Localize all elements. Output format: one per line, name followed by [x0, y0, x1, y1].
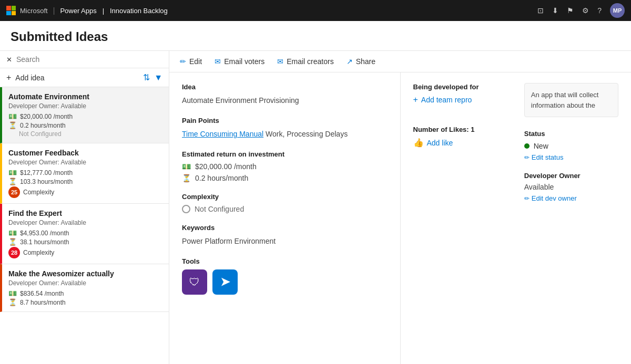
likes-section: Number of Likes: 1 👍 Add like: [413, 126, 507, 148]
microsoft-logo: [6, 6, 16, 15]
flag-icon[interactable]: ⚑: [567, 6, 574, 15]
complexity-indicator: Not Configured: [182, 205, 388, 213]
share-icon: ↗: [347, 57, 353, 66]
cost-value-2: $4,953.00 /month: [20, 230, 69, 237]
idea-title-2: Find the Expert: [8, 209, 162, 217]
idea-owner-1: Developer Owner: Available: [8, 159, 162, 166]
likes-title: Number of Likes: 1: [413, 126, 507, 133]
roi-hours-row: ⏳ 0.2 hours/month: [182, 174, 388, 182]
tools-label: Tools: [182, 257, 388, 265]
cost-row-1: 💵 $12,777.00 /month: [8, 169, 162, 176]
idea-item-1[interactable]: Customer Feedback Developer Owner: Avail…: [0, 143, 169, 204]
right-panel: ✏ Edit ✉ Email voters ✉ Email creators ↗…: [169, 51, 631, 364]
avatar[interactable]: MP: [610, 3, 625, 18]
add-idea-plus-icon[interactable]: +: [6, 73, 11, 82]
pain-points-underline: Time Consuming Manual: [182, 130, 263, 138]
add-like-row[interactable]: 👍 Add like: [413, 138, 507, 148]
status-value: New: [534, 142, 548, 150]
idea-meta-2: 💵 $4,953.00 /month ⏳ 38.1 hours/month 28…: [8, 229, 162, 258]
cost-icon-3: 💵: [8, 289, 17, 297]
idea-label: Idea: [182, 83, 388, 91]
hours-icon-0: ⏳: [8, 121, 17, 129]
complexity-row-2: 28 Complexity: [8, 247, 162, 258]
settings-icon[interactable]: ⚙: [582, 6, 589, 15]
nav-right: ⊡ ⬇ ⚑ ⚙ ? MP: [537, 3, 625, 18]
complexity-label: Complexity: [182, 193, 388, 201]
cost-row-2: 💵 $4,953.00 /month: [8, 229, 162, 237]
cost-icon-0: 💵: [8, 112, 17, 120]
idea-item-3[interactable]: Make the Awesomizer actually Developer O…: [0, 264, 169, 312]
idea-title-3: Make the Awesomizer actually: [8, 269, 162, 278]
right-col-left: Being developed for + Add team repro Num…: [413, 83, 507, 202]
roi-label: Estimated return on investment: [182, 150, 388, 158]
complexity-empty-circle: [182, 205, 190, 213]
pain-points-label: Pain Points: [182, 117, 388, 124]
sort-icon[interactable]: ⇅: [143, 72, 150, 82]
cost-icon-2: 💵: [8, 229, 17, 237]
add-team-repro-label: Add team repro: [421, 96, 472, 104]
right-columns: Being developed for + Add team repro Num…: [413, 83, 619, 202]
hours-value-1: 103.3 hours/month: [20, 178, 73, 185]
right-col-right: An app that will collect information abo…: [524, 83, 618, 202]
dev-owner-label: Developer Owner: [524, 172, 618, 180]
edit-status-pencil-icon: ✏: [524, 154, 530, 161]
tool-icons: 🛡 ➤: [182, 269, 388, 295]
hours-row-1: ⏳ 103.3 hours/month: [8, 178, 162, 185]
roi-hours-value: 0.2 hours/month: [195, 174, 248, 182]
clear-search-icon[interactable]: ✕: [6, 56, 12, 64]
content-area: Idea Automate Environment Provisioning P…: [169, 72, 631, 364]
add-idea-label[interactable]: Add idea: [15, 74, 139, 82]
nav-separator: |: [53, 6, 55, 15]
idea-item-0[interactable]: Automate Environment Developer Owner: Av…: [0, 87, 169, 143]
hours-icon-3: ⏳: [8, 298, 17, 306]
keywords-value: Power Platform Environment: [182, 236, 388, 247]
idea-item-2[interactable]: Find the Expert Developer Owner: Availab…: [0, 204, 169, 264]
hours-row-3: ⏳ 8.7 hours/month: [8, 298, 162, 306]
add-team-repro-row[interactable]: + Add team repro: [413, 95, 507, 105]
search-input[interactable]: [16, 55, 162, 64]
hours-icon-1: ⏳: [8, 178, 17, 185]
hours-row-0: ⏳ 0.2 hours/month: [8, 121, 162, 129]
roi-cost-value: $20,000.00 /month: [195, 162, 257, 171]
idea-meta-0: 💵 $20,000.00 /month ⏳ 0.2 hours/month No…: [8, 112, 162, 138]
content-left: Idea Automate Environment Provisioning P…: [169, 72, 401, 364]
tool-shield-icon: 🛡: [182, 269, 207, 295]
edit-dev-owner-link[interactable]: ✏ Edit dev owner: [524, 194, 618, 202]
being-dev-section: Being developed for + Add team repro: [413, 83, 507, 105]
status-row: New: [524, 142, 618, 150]
idea-owner-2: Developer Owner: Available: [8, 219, 162, 226]
help-icon[interactable]: ?: [597, 6, 602, 15]
edit-status-link[interactable]: ✏ Edit status: [524, 153, 618, 161]
left-panel: ✕ + Add idea ⇅ ▼ Automate Environment De…: [0, 51, 169, 364]
dev-owner-value: Available: [524, 183, 618, 191]
idea-meta-3: 💵 $836.54 /month ⏳ 8.7 hours/month: [8, 289, 162, 306]
complexity-row-1: 25 Complexity: [8, 186, 162, 198]
email-voters-button[interactable]: ✉ Email voters: [215, 55, 264, 68]
complexity-row-0: Not Configured: [8, 130, 162, 138]
idea-meta-1: 💵 $12,777.00 /month ⏳ 103.3 hours/month …: [8, 169, 162, 198]
add-idea-bar: + Add idea ⇅ ▼: [0, 68, 169, 87]
roi-cost-icon: 💵: [182, 162, 191, 171]
page-title-bar: Submitted Ideas: [0, 21, 631, 51]
filter-icon[interactable]: ▼: [154, 73, 162, 82]
content-right: Being developed for + Add team repro Num…: [401, 72, 632, 364]
window-icon[interactable]: ⊡: [537, 6, 544, 15]
edit-button[interactable]: ✏ Edit: [180, 55, 202, 68]
email-creators-button[interactable]: ✉ Email creators: [277, 55, 333, 68]
complexity-badge-2: 28: [8, 247, 20, 258]
hours-value-2: 38.1 hours/month: [20, 238, 69, 246]
complexity-label-2: Complexity: [23, 249, 54, 256]
share-button[interactable]: ↗ Share: [347, 55, 375, 68]
complexity-label-1: Complexity: [23, 189, 54, 196]
download-icon[interactable]: ⬇: [552, 6, 558, 15]
nav-app: Power Apps | Innovation Backlog: [60, 7, 167, 15]
keywords-label: Keywords: [182, 224, 388, 232]
edit-status-label: Edit status: [532, 153, 564, 161]
idea-owner-3: Developer Owner: Available: [8, 279, 162, 287]
email-voters-icon: ✉: [215, 57, 221, 66]
complexity-not-configured: Not Configured: [195, 205, 244, 213]
description-text: An app that will collect information abo…: [531, 91, 599, 109]
hours-row-2: ⏳ 38.1 hours/month: [8, 238, 162, 246]
idea-title-0: Automate Environment: [8, 92, 162, 101]
thumb-up-icon: 👍: [413, 138, 424, 148]
